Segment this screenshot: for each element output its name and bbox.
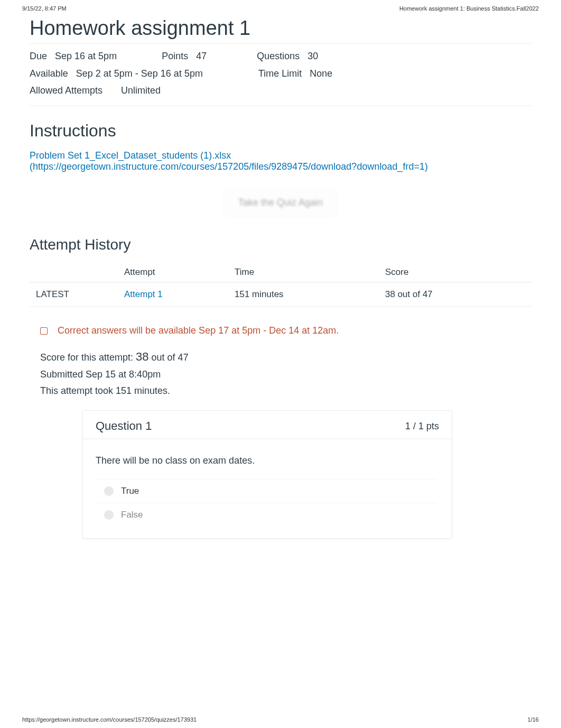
- answer-true[interactable]: True: [98, 479, 437, 503]
- due-label: Due: [30, 51, 47, 61]
- timelimit-label: Time Limit: [258, 68, 302, 79]
- answer-false[interactable]: False: [98, 503, 437, 527]
- quiz-meta: Due Sep 16 at 5pm Points 47 Questions 30…: [30, 43, 531, 106]
- page-number: 1/16: [528, 716, 539, 723]
- questions-label: Questions: [257, 51, 300, 61]
- timelimit-value: None: [310, 68, 332, 79]
- answer-false-label: False: [121, 510, 143, 520]
- score-value: 38: [136, 350, 148, 363]
- available-label: Available: [30, 68, 68, 79]
- correct-answers-text: Correct answers will be available Sep 17…: [58, 325, 339, 336]
- questions-value: 30: [307, 51, 318, 61]
- submitted-time: Submitted Sep 15 at 8:40pm: [40, 366, 531, 383]
- due-value: Sep 16 at 5pm: [55, 51, 117, 61]
- answer-true-label: True: [121, 486, 139, 496]
- attempts-label: Allowed Attempts: [30, 85, 102, 96]
- instructions-heading: Instructions: [30, 121, 531, 141]
- attempt-link[interactable]: Attempt 1: [124, 289, 163, 299]
- radio-icon: [104, 510, 114, 520]
- radio-icon: [104, 486, 114, 496]
- attempt-history-heading: Attempt History: [30, 236, 531, 253]
- file-url[interactable]: (https://georgetown.instructure.com/cour…: [30, 161, 531, 172]
- points-label: Points: [162, 51, 188, 61]
- available-value: Sep 2 at 5pm - Sep 16 at 5pm: [76, 68, 203, 79]
- history-col-attempt: Attempt: [120, 263, 230, 282]
- info-icon: [40, 327, 48, 335]
- score-summary: Score for this attempt: 38 out of 47 Sub…: [30, 347, 531, 399]
- take-quiz-again-button[interactable]: Take the Quiz Again: [224, 189, 337, 216]
- correct-answers-notice: Correct answers will be available Sep 17…: [30, 325, 531, 336]
- attempts-value: Unlimited: [121, 85, 161, 96]
- score-label: Score for this attempt:: [40, 352, 136, 363]
- history-col-status: [30, 263, 120, 282]
- history-col-time: Time: [230, 263, 381, 282]
- question-text: There will be no class on exam dates.: [83, 439, 452, 477]
- print-footer: https://georgetown.instructure.com/cours…: [22, 716, 539, 723]
- history-score: 38 out of 47: [381, 282, 531, 307]
- print-datetime: 9/15/22, 8:47 PM: [22, 5, 67, 12]
- footer-url: https://georgetown.instructure.com/cours…: [22, 716, 197, 723]
- attempt-duration: This attempt took 151 minutes.: [40, 383, 531, 399]
- score-suffix: out of 47: [152, 352, 189, 363]
- points-value: 47: [196, 51, 207, 61]
- print-header: 9/15/22, 8:47 PM Homework assignment 1: …: [22, 0, 539, 17]
- print-doc-title: Homework assignment 1: Business Statisti…: [399, 5, 539, 12]
- question-points: 1 / 1 pts: [405, 421, 439, 432]
- table-row: LATEST Attempt 1 151 minutes 38 out of 4…: [30, 282, 531, 307]
- question-card: Question 1 1 / 1 pts There will be no cl…: [82, 410, 452, 539]
- file-link[interactable]: Problem Set 1_Excel_Dataset_students (1)…: [30, 150, 231, 161]
- attempt-history-table: Attempt Time Score LATEST Attempt 1 151 …: [30, 263, 531, 307]
- history-status: LATEST: [30, 282, 120, 307]
- history-time: 151 minutes: [230, 282, 381, 307]
- history-col-score: Score: [381, 263, 531, 282]
- question-title: Question 1: [96, 419, 152, 433]
- file-name[interactable]: Problem Set 1_Excel_Dataset_students (1)…: [30, 150, 231, 161]
- page-title: Homework assignment 1: [30, 17, 531, 40]
